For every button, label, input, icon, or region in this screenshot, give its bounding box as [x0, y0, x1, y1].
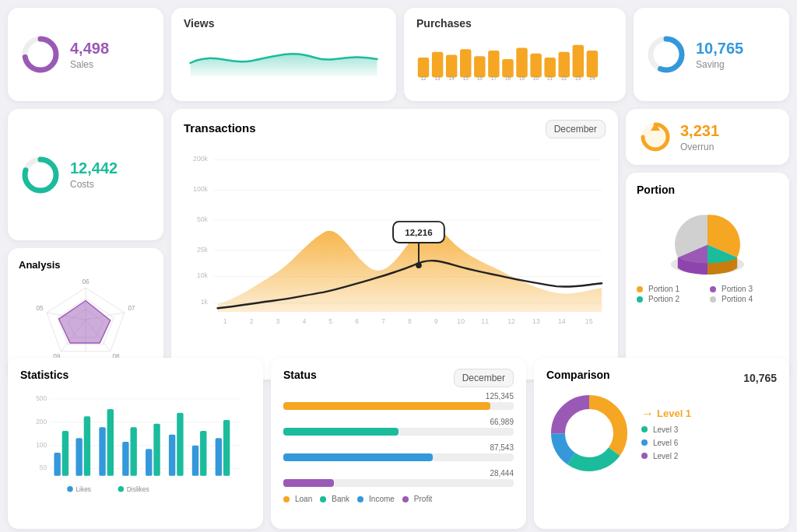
svg-text:11: 11	[481, 317, 489, 325]
bottom-row: Statistics 500 200 100 50	[8, 358, 789, 529]
svg-rect-8	[502, 59, 513, 77]
svg-point-106	[118, 486, 124, 492]
svg-rect-13	[573, 45, 584, 78]
svg-text:16: 16	[477, 75, 483, 81]
status-bar-loan: 125,345	[283, 392, 514, 410]
svg-text:12,216: 12,216	[405, 227, 433, 237]
svg-text:18: 18	[505, 75, 511, 81]
purchases-card: Purchases 12 13 14 15	[404, 8, 626, 101]
svg-text:19: 19	[519, 75, 525, 81]
overrun-card: 3,231 Overrun	[626, 109, 789, 165]
svg-text:1: 1	[223, 317, 227, 325]
svg-rect-10	[530, 54, 541, 78]
status-bar-profit: 28,444	[283, 469, 514, 487]
svg-text:13: 13	[435, 75, 441, 81]
svg-text:50k: 50k	[197, 215, 209, 223]
svg-rect-88	[54, 453, 60, 476]
svg-text:Dislikes: Dislikes	[127, 485, 149, 493]
svg-text:12: 12	[421, 75, 427, 81]
views-card: Views	[171, 8, 396, 101]
svg-text:5: 5	[328, 317, 332, 325]
portion-card: Portion	[626, 173, 789, 380]
svg-rect-97	[153, 424, 160, 476]
svg-point-61	[416, 262, 422, 268]
svg-text:6: 6	[355, 317, 359, 325]
comparison-arrow-icon: →	[641, 407, 654, 421]
saving-card: 10,765 Saving	[634, 8, 789, 101]
sales-value: 4,498	[70, 40, 109, 58]
transactions-chart: 200k 100k 50k 25k 10k 1k 12,216	[184, 143, 606, 342]
svg-rect-94	[122, 442, 128, 476]
status-title: Status	[283, 369, 317, 381]
costs-donut-icon	[20, 155, 61, 195]
dashboard: 4,498 Sales Views Purchases	[0, 0, 797, 532]
svg-text:14: 14	[449, 75, 455, 81]
portion-legend-4: Portion 4	[710, 295, 778, 303]
top-row: 4,498 Sales Views Purchases	[8, 8, 789, 101]
svg-text:200k: 200k	[193, 155, 209, 163]
svg-text:7: 7	[381, 317, 385, 325]
comparison-level1: Level 1	[657, 408, 691, 419]
costs-value: 12,442	[70, 159, 118, 177]
middle-row: 12,442 Costs Analysis	[8, 109, 789, 350]
costs-label: Costs	[70, 179, 118, 190]
svg-text:Likes: Likes	[75, 485, 91, 493]
svg-rect-4	[446, 54, 457, 77]
portion-title: Portion	[637, 184, 778, 196]
sales-donut-icon	[20, 34, 61, 75]
svg-text:50: 50	[40, 464, 47, 471]
status-bars: 125,345 66,989 87,543	[283, 392, 514, 487]
statistics-title: Statistics	[20, 369, 251, 381]
svg-rect-14	[587, 51, 598, 77]
svg-text:200: 200	[36, 418, 47, 425]
svg-text:100k: 100k	[193, 185, 209, 193]
statistics-chart: 500 200 100 50	[20, 387, 251, 496]
transactions-badge[interactable]: December	[546, 120, 606, 138]
portion-legend-2: Portion 2	[637, 295, 705, 303]
svg-text:06: 06	[82, 278, 90, 285]
svg-text:9: 9	[434, 317, 438, 325]
svg-text:1k: 1k	[201, 298, 209, 306]
middle-right: 3,231 Overrun Portion	[626, 109, 789, 380]
svg-rect-2	[418, 58, 429, 77]
svg-text:15: 15	[463, 75, 469, 81]
comparison-level3: Level 3	[641, 425, 691, 434]
svg-rect-102	[216, 438, 222, 476]
svg-text:21: 21	[547, 75, 553, 81]
analysis-title: Analysis	[19, 259, 153, 271]
status-badge[interactable]: December	[454, 369, 514, 387]
svg-text:13: 13	[532, 317, 540, 325]
svg-rect-103	[223, 420, 230, 476]
svg-text:20: 20	[533, 75, 539, 81]
svg-rect-101	[200, 431, 206, 476]
comparison-value: 10,765	[743, 372, 777, 384]
svg-text:500: 500	[36, 394, 47, 402]
portion-donut	[637, 202, 778, 280]
svg-text:25k: 25k	[197, 246, 209, 254]
statistics-card: Statistics 500 200 100 50	[8, 358, 263, 529]
svg-rect-96	[146, 449, 152, 476]
status-legend-profit: Profit	[402, 495, 432, 503]
svg-text:24: 24	[589, 75, 595, 81]
status-legend-loan: Loan	[283, 495, 312, 503]
svg-text:17: 17	[491, 75, 497, 81]
analysis-radar: 06 07 08 09 05	[19, 274, 153, 366]
saving-label: Saving	[696, 59, 743, 70]
svg-text:07: 07	[128, 305, 135, 312]
svg-text:12: 12	[507, 317, 515, 325]
svg-rect-92	[99, 427, 105, 476]
svg-rect-89	[62, 431, 68, 476]
svg-rect-6	[474, 56, 485, 77]
status-bar-income: 87,543	[283, 443, 514, 461]
comparison-donut	[546, 390, 632, 476]
svg-rect-7	[488, 51, 499, 77]
comparison-level2: Level 2	[641, 452, 691, 460]
middle-left: 12,442 Costs Analysis	[8, 109, 163, 380]
svg-text:23: 23	[575, 75, 581, 81]
sales-label: Sales	[70, 59, 109, 70]
svg-rect-100	[192, 446, 198, 476]
svg-rect-98	[169, 435, 175, 476]
overrun-label: Overrun	[680, 142, 719, 152]
svg-text:3: 3	[276, 317, 280, 325]
svg-marker-40	[59, 300, 111, 342]
